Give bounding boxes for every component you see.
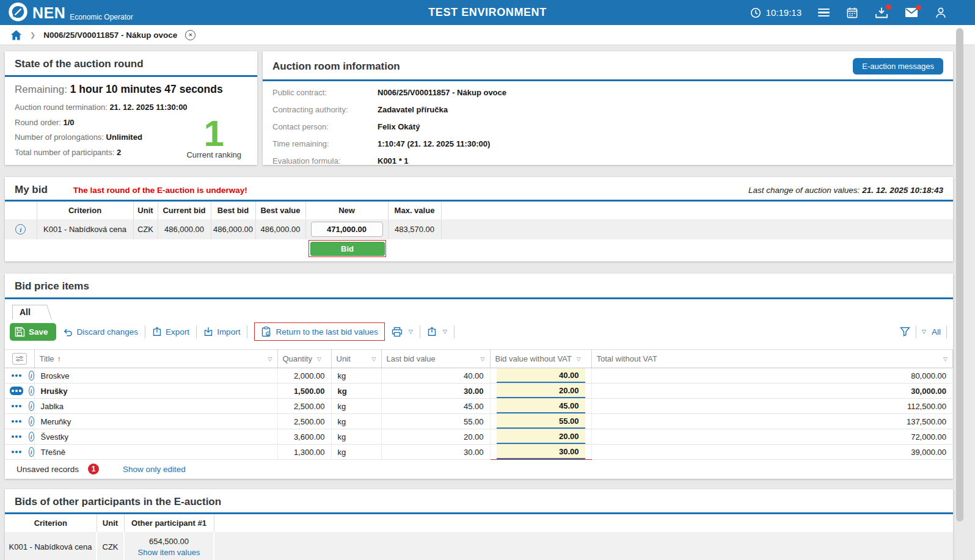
info-icon[interactable]: i xyxy=(15,224,26,235)
close-tab-icon[interactable]: ✕ xyxy=(185,30,195,40)
unsaved-records-label: Unsaved records xyxy=(16,465,79,474)
info-icon[interactable]: i xyxy=(29,371,34,380)
info-icon[interactable]: i xyxy=(29,401,34,411)
chevron-right-icon: ❯ xyxy=(30,31,35,39)
col-max-value: Max. value xyxy=(388,202,441,219)
criterion-cell: K001 - Nabídková cena xyxy=(5,532,97,560)
last-bid-cell: 45.00 xyxy=(381,399,490,414)
clock-icon xyxy=(750,7,761,18)
unit-cell: kg xyxy=(331,399,381,414)
brand[interactable]: NEN Economic Operator xyxy=(8,2,133,24)
quantity-cell: 2,000.00 xyxy=(277,368,331,384)
row-menu-icon[interactable] xyxy=(10,448,23,456)
filter-dropdown-icon[interactable]: ▽ xyxy=(317,356,321,362)
col-unit[interactable]: Unit▽ xyxy=(331,350,381,368)
bid-value-input[interactable] xyxy=(497,384,585,398)
row-menu-icon[interactable] xyxy=(10,432,23,441)
info-icon[interactable]: i xyxy=(29,416,34,426)
sliders-icon[interactable] xyxy=(12,353,27,365)
row-menu-icon[interactable] xyxy=(10,417,23,426)
col-bid-value-without-vat[interactable]: Bid value without VAT▽ xyxy=(490,350,591,368)
breadcrumb-item[interactable]: N006/25/V00011857 - Nákup ovoce xyxy=(43,31,177,40)
bid-button-highlight: Bid xyxy=(309,240,386,257)
new-bid-input[interactable] xyxy=(311,222,383,237)
import-button[interactable]: Import xyxy=(203,327,240,336)
bid-value-input[interactable] xyxy=(497,368,585,383)
export-button[interactable]: Export xyxy=(152,327,189,336)
inbox-download-icon[interactable] xyxy=(875,7,888,19)
last-bid-cell: 30.00 xyxy=(381,384,490,399)
return-to-last-bid-values-button[interactable]: Return to the last bid values xyxy=(261,326,378,337)
row-menu-icon[interactable] xyxy=(10,371,23,380)
col-unit: Unit xyxy=(133,202,158,219)
total-cell: 137,500.00 xyxy=(591,414,953,429)
panel-title: Bid price items xyxy=(15,280,89,293)
title-cell: Švestky xyxy=(34,429,277,445)
info-icon[interactable]: i xyxy=(29,386,34,396)
dropdown-arrow-icon[interactable]: ▽ xyxy=(409,329,413,335)
filter-icon[interactable] xyxy=(900,327,910,336)
menu-icon[interactable] xyxy=(818,7,830,19)
mail-notification-badge xyxy=(916,5,921,10)
remaining-time: Remaining: 1 hour 10 minutes 47 seconds xyxy=(15,83,247,96)
quantity-cell: 1,300.00 xyxy=(277,445,331,460)
dropdown-arrow-icon[interactable]: ▽ xyxy=(443,329,447,335)
filter-dropdown-icon[interactable]: ▽ xyxy=(577,356,581,362)
my-bid-row: i K001 - Nabídková cena CZK 486,000.00 4… xyxy=(5,219,953,239)
my-bid-table: Criterion Unit Current bid Best bid Best… xyxy=(5,202,953,239)
total-cell: 30,000.00 xyxy=(591,384,953,399)
total-cell: 39,000.00 xyxy=(591,445,953,460)
e-auction-messages-button[interactable]: E-auction messages xyxy=(853,58,943,75)
vertical-scrollbar[interactable] xyxy=(956,28,963,522)
save-icon xyxy=(15,327,25,337)
info-icon[interactable]: i xyxy=(29,432,34,442)
empty-header xyxy=(5,202,37,219)
row-menu-icon[interactable] xyxy=(10,387,23,395)
title-cell: Meruňky xyxy=(34,414,277,429)
filter-dropdown-icon[interactable]: ▽ xyxy=(481,356,485,362)
save-button[interactable]: Save xyxy=(10,323,56,341)
filter-dropdown-icon[interactable]: ▽ xyxy=(943,356,948,362)
best-value-cell: 486,000.00 xyxy=(255,219,305,239)
bid-value-input[interactable] xyxy=(497,429,585,444)
col-total-without-vat[interactable]: Total without VAT▽ xyxy=(591,350,953,368)
filter-dropdown-icon[interactable]: ▽ xyxy=(372,356,376,362)
print-button[interactable]: ▽ xyxy=(392,327,413,337)
last-bid-cell: 40.00 xyxy=(381,368,490,384)
calendar-icon[interactable] xyxy=(846,7,858,19)
separator xyxy=(916,325,916,338)
col-title[interactable]: Title↑▽ xyxy=(34,350,277,368)
tab-all[interactable]: All xyxy=(12,305,42,319)
col-best-value: Best value xyxy=(255,202,305,219)
show-item-values-link[interactable]: Show item values xyxy=(125,548,213,557)
show-only-edited-link[interactable]: Show only edited xyxy=(123,465,186,474)
criterion-cell: K001 - Nabídková cena xyxy=(37,219,133,239)
mail-icon[interactable] xyxy=(905,7,918,18)
col-last-bid-value[interactable]: Last bid value▽ xyxy=(381,350,490,368)
bid-value-input[interactable] xyxy=(497,399,585,413)
share-button[interactable]: ▽ xyxy=(427,327,447,336)
undo-icon xyxy=(63,327,73,336)
home-icon[interactable] xyxy=(10,30,22,40)
bid-value-input[interactable] xyxy=(497,414,585,429)
view-dropdown-arrow-icon[interactable]: ▽ xyxy=(922,329,926,335)
bid-value-input[interactable] xyxy=(497,445,585,459)
bid-button[interactable]: Bid xyxy=(310,242,385,256)
brand-subtitle: Economic Operator xyxy=(70,13,133,21)
row-menu-icon[interactable] xyxy=(10,402,23,410)
discard-changes-button[interactable]: Discard changes xyxy=(63,327,139,336)
panel-title: My bid xyxy=(15,184,48,196)
table-row: K001 - Nabídková cena CZK 654,500.00 Sho… xyxy=(5,532,953,560)
table-row: i Třešně 1,300.00 kg 30.00 39,000.00 xyxy=(5,445,953,460)
info-icon[interactable]: i xyxy=(29,447,34,457)
user-icon[interactable] xyxy=(935,7,947,19)
view-all-dropdown[interactable]: All xyxy=(932,327,941,336)
row-settings-header[interactable] xyxy=(5,350,34,368)
filter-dropdown-icon[interactable]: ▽ xyxy=(268,356,272,362)
col-quantity[interactable]: Quantity▽ xyxy=(277,350,331,368)
panel-title: State of the auction round xyxy=(15,58,144,70)
unit-cell: kg xyxy=(331,414,381,429)
col-other-participant: Other participant #1 xyxy=(124,514,214,532)
my-bid-panel: My bid The last round of the E-auction i… xyxy=(5,177,953,261)
table-row: i Hrušky 1,500.00 kg 30.00 30,000.00 xyxy=(5,384,953,399)
